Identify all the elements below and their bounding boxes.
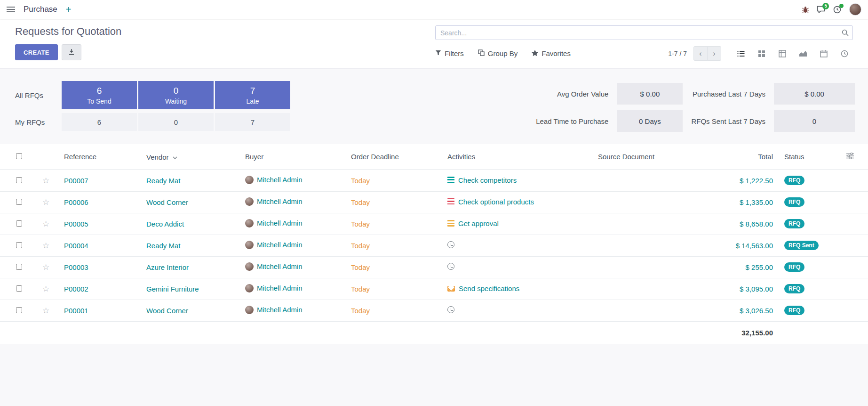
activity-type-icon[interactable] [447,198,454,205]
optional-columns-icon[interactable] [846,153,854,161]
reference-link[interactable]: P00003 [64,263,88,271]
row-checkbox[interactable] [16,285,22,292]
list-view-button[interactable] [733,46,749,61]
row-checkbox[interactable] [16,199,22,205]
create-button[interactable]: CREATE [15,44,58,60]
order-deadline-value: Today [351,198,370,206]
favorite-star-icon[interactable]: ☆ [42,198,49,207]
reference-link[interactable]: P00007 [64,177,88,185]
header-source-document[interactable]: Source Document [592,144,699,170]
buyer-link[interactable]: Mitchell Admin [257,262,303,270]
table-row[interactable]: ☆ P00002 Gemini Furniture Mitchell Admin… [0,278,868,300]
pivot-view-button[interactable] [774,46,791,61]
activity-type-icon[interactable] [447,177,454,183]
pager-value[interactable]: 1-7 / 7 [668,50,687,57]
sort-caret-icon [173,153,177,161]
activity-view-button[interactable] [836,46,853,61]
reference-link[interactable]: P00004 [64,242,88,250]
table-row[interactable]: ☆ P00004 Ready Mat Mitchell Admin Today … [0,235,868,256]
vendor-link[interactable]: Gemini Furniture [146,285,199,293]
user-avatar[interactable] [849,3,861,16]
messages-icon[interactable]: 5 [817,6,825,13]
kpi-to-send[interactable]: 6 To Send [62,81,137,109]
new-tab-icon[interactable]: + [66,5,72,14]
row-checkbox[interactable] [16,220,22,227]
table-row[interactable]: ☆ P00005 Deco Addict Mitchell Admin Toda… [0,213,868,235]
vendor-link[interactable]: Wood Corner [146,198,188,206]
app-menu-purchase[interactable]: Purchase [24,5,57,14]
vendor-link[interactable]: Deco Addict [146,220,184,228]
favorite-star-icon[interactable]: ☆ [42,306,49,315]
export-button[interactable] [62,44,81,60]
filters-button[interactable]: Filters [435,49,464,57]
header-activities[interactable]: Activities [442,144,592,170]
buyer-link[interactable]: Mitchell Admin [257,306,303,314]
vendor-link[interactable]: Ready Mat [146,177,181,185]
table-row[interactable]: ☆ P00007 Ready Mat Mitchell Admin Today … [0,170,868,191]
group-by-button[interactable]: Group By [478,49,518,57]
buyer-avatar [245,219,254,227]
favorite-star-icon[interactable]: ☆ [42,219,49,228]
activity-type-icon[interactable] [447,306,454,313]
kpi-waiting[interactable]: 0 Waiting [138,81,214,109]
favorite-star-icon[interactable]: ☆ [42,176,49,185]
search-input[interactable] [435,25,853,40]
buyer-link[interactable]: Mitchell Admin [257,284,303,292]
activity-type-icon[interactable] [447,220,454,227]
reference-link[interactable]: P00002 [64,285,88,293]
filters-label: Filters [445,49,464,57]
graph-view-button[interactable] [795,46,812,61]
pager-next-button[interactable]: › [707,46,721,61]
table-row[interactable]: ☆ P00006 Wood Corner Mitchell Admin Toda… [0,191,868,213]
table-row[interactable]: ☆ P00001 Wood Corner Mitchell Admin Toda… [0,300,868,321]
activity-type-icon[interactable] [447,263,454,270]
my-late[interactable]: 7 [215,113,290,131]
vendor-link[interactable]: Ready Mat [146,242,181,250]
chevron-left-icon: ‹ [699,49,701,58]
calendar-view-button[interactable] [815,46,832,61]
buyer-avatar [245,241,254,249]
activity-type-icon[interactable] [447,241,454,248]
source-document-value [592,256,699,278]
bug-icon[interactable] [802,6,809,13]
activities-icon[interactable] [833,6,841,14]
status-badge: RFQ [784,306,804,315]
favorite-star-icon[interactable]: ☆ [42,263,49,272]
buyer-link[interactable]: Mitchell Admin [257,219,303,227]
select-all-checkbox[interactable] [16,153,22,159]
row-checkbox[interactable] [16,242,22,248]
my-to-send[interactable]: 6 [62,113,137,131]
header-reference[interactable]: Reference [58,144,141,170]
header-order-deadline[interactable]: Order Deadline [345,144,442,170]
activity-label[interactable]: Check optional products [458,198,534,206]
header-vendor[interactable]: Vendor [141,144,239,170]
activity-label[interactable]: Get approval [458,219,499,227]
header-total[interactable]: Total [699,144,779,170]
reference-link[interactable]: P00001 [64,307,88,315]
reference-link[interactable]: P00006 [64,198,88,206]
header-status[interactable]: Status [779,144,830,170]
kanban-view-button[interactable] [753,46,770,61]
row-checkbox[interactable] [16,264,22,270]
favorite-star-icon[interactable]: ☆ [42,284,49,293]
row-checkbox[interactable] [16,177,22,183]
favorites-button[interactable]: Favorites [532,49,571,57]
favorite-star-icon[interactable]: ☆ [42,241,49,250]
my-waiting[interactable]: 0 [138,113,214,131]
activity-label[interactable]: Send specifications [459,284,519,292]
buyer-link[interactable]: Mitchell Admin [257,176,303,184]
buyer-link[interactable]: Mitchell Admin [257,241,303,249]
activity-type-icon[interactable] [447,286,455,292]
pager-previous-button[interactable]: ‹ [693,46,708,61]
kpi-late[interactable]: 7 Late [215,81,290,109]
buyer-link[interactable]: Mitchell Admin [257,197,303,205]
order-deadline-value: Today [351,177,370,185]
table-row[interactable]: ☆ P00003 Azure Interior Mitchell Admin T… [0,256,868,278]
row-checkbox[interactable] [16,307,22,313]
vendor-link[interactable]: Wood Corner [146,307,188,315]
vendor-link[interactable]: Azure Interior [146,263,189,271]
header-buyer[interactable]: Buyer [239,144,345,170]
activity-label[interactable]: Check competitors [458,176,517,184]
reference-link[interactable]: P00005 [64,220,88,228]
apps-menu-icon[interactable] [7,9,15,10]
